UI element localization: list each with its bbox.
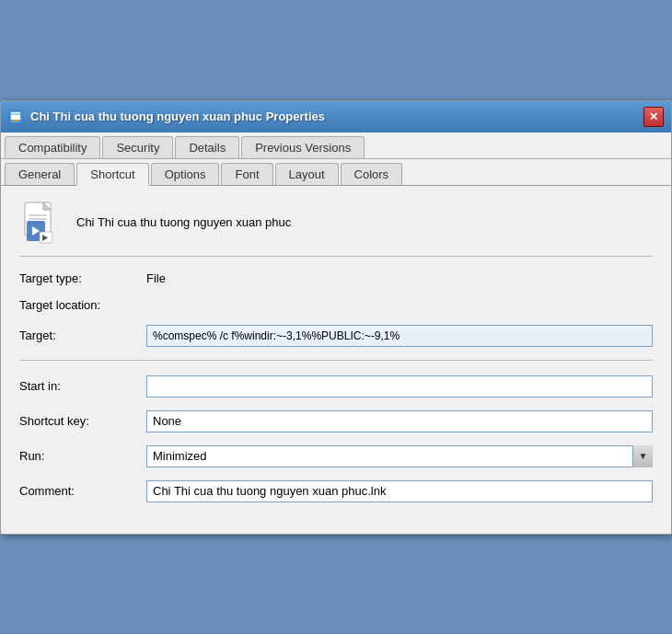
tab-previous-versions[interactable]: Previous Versions [241,136,365,158]
shortcut-key-row: Shortcut key: [19,410,653,432]
close-button[interactable]: ✕ [643,107,664,127]
tab-row-1: Compatibility Security Details Previous … [1,133,671,159]
shortcut-file-icon [19,201,64,245]
tab-layout[interactable]: Layout [275,163,339,185]
tab-content: Chi Thi cua thu tuong nguyen xuan phuc T… [1,186,671,534]
tab-container: Compatibility Security Details Previous … [1,133,671,186]
tab-general[interactable]: General [5,163,75,185]
tab-security[interactable]: Security [102,136,173,158]
tab-font[interactable]: Font [221,163,272,185]
target-type-row: Target type: File [19,271,653,285]
start-in-row: Start in: [19,375,653,398]
run-row: Run: Normal window Minimized Maximized ▼ [19,445,653,467]
target-location-label: Target location: [19,298,139,312]
run-select[interactable]: Normal window Minimized Maximized [146,445,653,467]
target-type-value: File [146,271,166,285]
run-label: Run: [19,449,139,463]
start-in-label: Start in: [19,379,139,393]
tab-options[interactable]: Options [151,163,220,185]
window-title: Chi Thi cua thu tuong nguyen xuan phuc P… [30,110,636,123]
svg-rect-3 [13,120,18,121]
comment-row: Comment: [19,480,653,502]
comment-label: Comment: [19,484,139,498]
shortcut-header-title: Chi Thi cua thu tuong nguyen xuan phuc [76,215,291,229]
target-location-row: Target location: [19,298,653,312]
target-label: Target: [19,329,139,342]
shortcut-key-input[interactable] [146,410,653,432]
title-bar: Chi Thi cua thu tuong nguyen xuan phuc P… [1,101,671,133]
properties-window: Chi Thi cua thu tuong nguyen xuan phuc P… [0,100,672,535]
target-row: Target: [19,325,653,347]
tab-compatibility[interactable]: Compatibility [5,136,100,158]
svg-rect-1 [11,112,20,120]
shortcut-key-label: Shortcut key: [19,414,139,428]
tab-shortcut[interactable]: Shortcut [76,163,148,186]
window-icon [8,110,23,124]
tab-row-2: General Shortcut Options Font Layout Col… [1,159,671,185]
shortcut-header: Chi Thi cua thu tuong nguyen xuan phuc [19,201,653,257]
start-in-input[interactable] [146,375,653,398]
comment-input[interactable] [146,480,653,502]
separator-1 [19,360,653,361]
target-input[interactable] [146,325,653,347]
target-type-label: Target type: [19,271,139,285]
run-select-wrapper: Normal window Minimized Maximized ▼ [146,445,653,467]
tab-colors[interactable]: Colors [341,163,403,185]
tab-details[interactable]: Details [175,136,239,158]
